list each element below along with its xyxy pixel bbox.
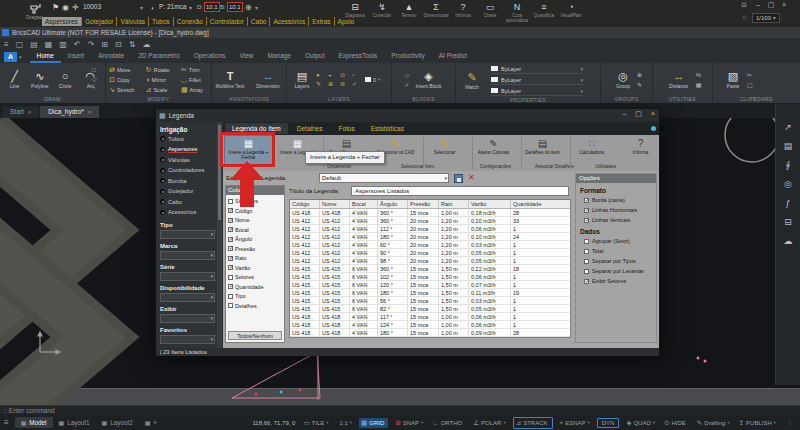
ribbon-tab[interactable]: Productivity [384, 50, 432, 63]
table-row[interactable]: US 418 US 418 4 VAN 124 ° 15 mca 1,00 m … [290, 321, 570, 329]
data-checkbox-item[interactable]: Agrupar (Setor) [584, 237, 656, 245]
category-radio-item[interactable]: Bomba [160, 176, 217, 185]
format-checkbox-item[interactable]: Borda (caixa) [584, 196, 656, 204]
qat-tool-icon[interactable]: ▦ [45, 40, 53, 49]
plugin-tool-button[interactable]: ? Informa [451, 1, 475, 24]
search-icon[interactable]: ◉ [62, 3, 69, 13]
block-check-icon[interactable]: ✓ [404, 81, 409, 89]
table-header-cell[interactable]: Vazão [469, 200, 511, 208]
dialog-close-button[interactable]: × [651, 110, 655, 118]
layers-button[interactable]: ▤ Layers [290, 69, 314, 90]
table-header-cell[interactable]: Raio [439, 200, 469, 208]
plugin-category-tab[interactable]: Gotejador [81, 17, 117, 26]
dialog-toolbar-button[interactable]: ✎ Alterar Colunas [470, 136, 517, 164]
status-toggle[interactable]: ▦ GRID [359, 418, 388, 428]
modify-tool-button[interactable]: ⊿ Scale [146, 85, 175, 95]
dialog-title-bar[interactable]: ▦ Legenda – ▢ × [156, 109, 659, 122]
table-row[interactable]: US 415 US 415 6 VAN 82 ° 15 mca 1,50 m 0… [290, 305, 570, 313]
ribbon-tab[interactable]: Insert [61, 50, 91, 63]
qat-tool-icon[interactable]: ⊡ [115, 40, 122, 49]
column-checkbox-item[interactable]: Pressão [228, 245, 263, 253]
match-properties-button[interactable]: ✎ Match [459, 70, 485, 91]
scale-select[interactable]: 1/100 ▾ [752, 13, 780, 23]
layer-tool-icon[interactable]: ⊕ [328, 80, 339, 88]
dimension-button[interactable]: ↔ Dimension [253, 69, 283, 90]
layout-tab[interactable]: ▦ Layout1 [53, 417, 96, 428]
layout-tab[interactable]: ▦ Model [15, 417, 53, 428]
status-toggle[interactable]: ▭ TILE ▾ [301, 418, 330, 428]
qat-tool-icon[interactable]: ↷ [88, 40, 95, 49]
plugin-category-tab[interactable]: Aspersores [42, 17, 81, 26]
category-radio-item[interactable]: Aspersores [160, 145, 217, 154]
modify-tool-button[interactable]: ◡ Fillet [181, 75, 208, 85]
layer-tool-icon[interactable]: ✓ [352, 80, 363, 88]
table-header-cell[interactable]: Bocal [350, 200, 378, 208]
block-edit-icon[interactable]: ◇ [404, 71, 409, 79]
table-header-cell[interactable]: Código [290, 200, 320, 208]
draw-tool-button[interactable]: ╱ Line [3, 69, 26, 90]
insert-block-button[interactable]: ◈ Insert Block [415, 69, 443, 90]
shape-tool-icon[interactable]: □ [92, 66, 97, 74]
column-checkbox-item[interactable]: Vazão [228, 264, 263, 272]
status-toggle[interactable]: ⊞ SNAP ▾ [393, 418, 425, 428]
target-circle-icon[interactable]: ⊕ [245, 3, 252, 13]
app-menu-button[interactable]: A ▾ [4, 52, 22, 62]
table-header-cell[interactable]: Ângulo [378, 200, 408, 208]
layer-tool-icon[interactable]: ● [316, 71, 327, 79]
pressure-value[interactable]: P: 21mca [159, 3, 186, 10]
ribbon-tab[interactable]: ExpressTools [332, 50, 385, 63]
layer-tool-icon[interactable]: ▫ [352, 71, 363, 79]
column-checkbox-item[interactable]: Setores [228, 273, 263, 281]
legend-title-input[interactable]: Aspersores Listados [351, 186, 569, 196]
layer-tool-icon[interactable]: ◒ [328, 71, 339, 79]
status-toggle[interactable]: 1:1 ▾ [336, 419, 355, 427]
status-toggle[interactable]: ⊿ STRACK [513, 417, 553, 429]
table-row[interactable]: US 412 US 412 4 VAN 112 ° 20 mca 1,20 m … [290, 225, 570, 233]
table-row[interactable]: US 415 US 415 6 VAN 56 ° 15 mca 1,50 m 0… [290, 297, 570, 305]
dialog-maximize-button[interactable]: ▢ [635, 110, 642, 118]
layer-tool-icon[interactable]: ⊙ [340, 71, 351, 79]
plugin-category-tab[interactable]: Conexão [173, 17, 206, 26]
filter-select[interactable] [160, 293, 215, 302]
column-checkbox-item[interactable]: Código [228, 207, 263, 215]
status-toggle[interactable]: ∠ POLAR ▾ [471, 418, 507, 428]
restore-button[interactable]: ▢ [765, 1, 777, 9]
all-none-button[interactable]: Todos/Nenhum [228, 331, 282, 340]
close-button[interactable]: × [778, 1, 790, 8]
qat-tool-icon[interactable]: ▤ [30, 40, 38, 49]
draw-tool-button[interactable]: ◠ Arc [79, 69, 102, 90]
origin-tool-label[interactable]: Dragao [26, 14, 42, 20]
qat-tool-icon[interactable]: ↶ [74, 40, 81, 49]
plugin-tool-button[interactable]: ▲ Terreno [397, 1, 421, 24]
bylayer-select[interactable]: ByLayer ▾ [491, 86, 583, 96]
qat-tool-icon[interactable]: ☁ [142, 40, 150, 49]
column-checkbox-item[interactable]: Nome [228, 216, 263, 224]
ribbon-tab[interactable]: Output [298, 50, 332, 63]
data-checkbox-item[interactable]: Exibir Setores [584, 277, 656, 285]
modify-tool-button[interactable]: ↘ Stretch [109, 85, 140, 95]
plugin-tool-button[interactable]: ≡ Quantifica [532, 1, 556, 24]
b-field-input[interactable]: 10,1 [227, 2, 243, 12]
side-panel-tool-icon[interactable]: ◎ [784, 179, 792, 189]
format-checkbox-item[interactable]: Linhas Horizontais [584, 206, 656, 214]
group-button[interactable]: ◎ Group [611, 69, 635, 90]
qat-tool-icon[interactable]: ▢ [16, 40, 24, 49]
close-tab-icon[interactable]: × [28, 109, 32, 115]
plugin-category-tab[interactable]: Acessórios [269, 17, 308, 26]
plugin-category-tab[interactable]: Cabo [247, 17, 270, 26]
dialog-toolbar-button[interactable]: ? Informa [617, 136, 664, 164]
column-checkbox-item[interactable]: Quantidade [228, 283, 263, 291]
ribbon-tab[interactable]: View [233, 50, 261, 63]
shape-tool-icon[interactable]: ◇ [92, 75, 97, 83]
help-dot-icon[interactable] [651, 126, 656, 131]
category-radio-item[interactable]: Válvulas [160, 155, 217, 164]
category-radio-item[interactable]: Acessórios [160, 208, 217, 217]
sprinkler-id-caret[interactable]: ▾ [140, 4, 143, 11]
plugin-tool-button[interactable]: Σ Dimensionar [424, 1, 448, 24]
modify-tool-button[interactable]: ⊡ Copy [109, 75, 140, 85]
column-checkbox-item[interactable]: Tipo [228, 292, 263, 300]
status-toggle[interactable]: ⌖ ESNAP ▾ [558, 418, 592, 428]
shape-tool-icon[interactable]: ○ [92, 84, 97, 92]
status-toggle[interactable]: ↥ PUBLISH ▾ [737, 418, 778, 428]
power-icon[interactable]: ⊙ [738, 1, 750, 9]
